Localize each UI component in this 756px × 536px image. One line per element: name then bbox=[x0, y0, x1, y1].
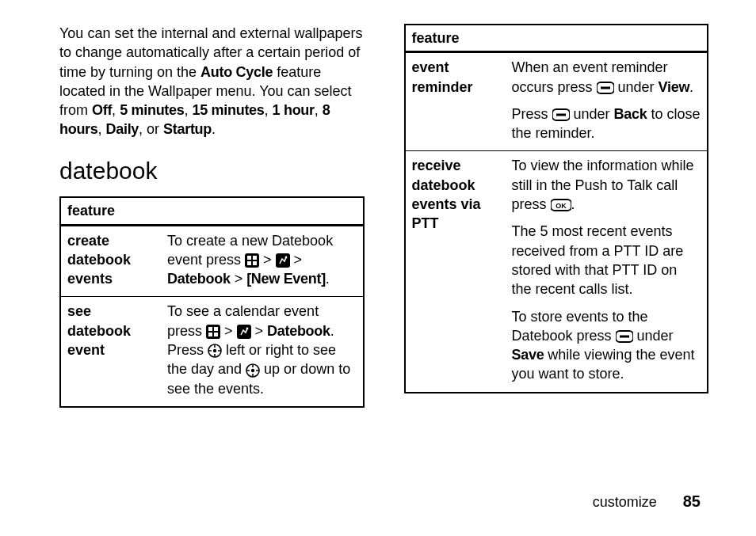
feature-name: see datebook event bbox=[60, 297, 161, 407]
feature-name: receive datebook events via PTT bbox=[405, 151, 506, 393]
nav-icon bbox=[246, 363, 260, 378]
table-row: see datebook event To see a calendar eve… bbox=[60, 297, 364, 407]
page-footer: customize 85 bbox=[593, 491, 701, 512]
table-row: create datebook events To create a new D… bbox=[60, 225, 364, 297]
menu-icon bbox=[245, 253, 259, 268]
opt-15min: 15 minutes bbox=[192, 102, 264, 118]
menu-icon bbox=[206, 325, 220, 339]
table-header: feature bbox=[405, 25, 708, 52]
auto-cycle-label: Auto Cycle bbox=[200, 64, 273, 80]
softkey-icon bbox=[552, 108, 570, 121]
table-row: event reminder When an event reminder oc… bbox=[405, 52, 708, 151]
opt-off: Off bbox=[92, 102, 112, 118]
tools-icon bbox=[276, 253, 290, 268]
feature-name: create datebook events bbox=[60, 225, 161, 297]
opt-5min: 5 minutes bbox=[120, 102, 184, 118]
right-column: feature event reminder When an event rem… bbox=[404, 24, 709, 408]
nav-icon bbox=[208, 344, 222, 358]
softkey-icon bbox=[616, 330, 633, 343]
feature-description: To view the information while still in t… bbox=[506, 151, 708, 393]
ok-key-icon bbox=[551, 199, 571, 211]
table-row: receive datebook events via PTT To view … bbox=[405, 151, 708, 393]
table-header: feature bbox=[60, 197, 364, 225]
datebook-table-right: feature event reminder When an event rem… bbox=[404, 24, 709, 393]
section-heading-datebook: datebook bbox=[59, 155, 365, 188]
opt-daily: Daily bbox=[106, 121, 139, 137]
page-number: 85 bbox=[683, 492, 701, 510]
feature-description: When an event reminder occurs press unde… bbox=[506, 52, 708, 151]
opt-startup: Startup bbox=[163, 121, 212, 137]
tools-icon bbox=[237, 325, 251, 339]
feature-description: To create a new Datebook event press > >… bbox=[161, 225, 364, 297]
opt-1hour: 1 hour bbox=[273, 102, 315, 118]
footer-section-label: customize bbox=[593, 494, 657, 510]
feature-description: To see a calendar event press > > Datebo… bbox=[161, 297, 364, 407]
left-column: You can set the internal and external wa… bbox=[59, 24, 365, 408]
feature-name: event reminder bbox=[405, 52, 506, 151]
intro-paragraph: You can set the internal and external wa… bbox=[59, 24, 365, 139]
softkey-icon bbox=[597, 82, 614, 94]
datebook-table-left: feature create datebook events To create… bbox=[59, 196, 365, 408]
